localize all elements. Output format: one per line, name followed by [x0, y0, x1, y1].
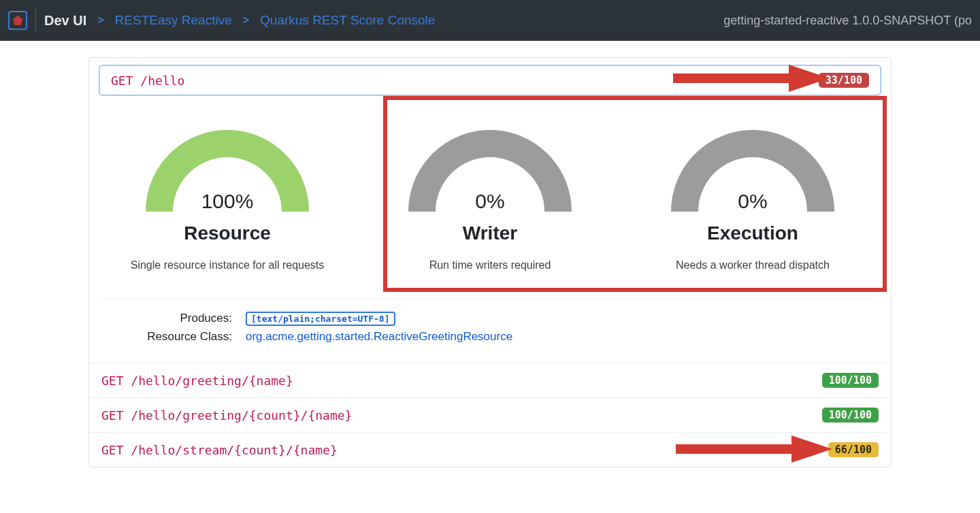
resource-class-link[interactable]: org.acme.getting.started.ReactiveGreetin… [246, 330, 512, 344]
svg-text:0%: 0% [738, 190, 767, 212]
gauge-title: Resource [109, 222, 346, 244]
score-badge: 33/100 [819, 73, 869, 88]
chevron-right-icon: > [243, 14, 249, 27]
chevron-right-icon: > [97, 14, 103, 27]
gauge-execution: 0% Execution Needs a worker thread dispa… [630, 110, 875, 289]
svg-text:100%: 100% [201, 190, 254, 212]
svg-marker-6 [791, 435, 832, 463]
gauge-title: Execution [634, 222, 871, 244]
breadcrumb-resteasy[interactable]: RESTEasy Reactive [115, 13, 232, 28]
endpoint-meta: Produces: [text/plain;charset=UTF-8] Res… [103, 299, 877, 363]
gauge-title: Writer [372, 222, 608, 244]
topbar-divider [35, 9, 36, 32]
score-badge: 100/100 [822, 373, 879, 388]
meta-label: Resource Class: [103, 330, 232, 344]
meta-produces-row: Produces: [text/plain;charset=UTF-8] [103, 312, 877, 326]
endpoint-path: GET /hello [111, 73, 184, 88]
meta-class-row: Resource Class: org.acme.getting.started… [103, 330, 877, 344]
brand-title[interactable]: Dev UI [44, 13, 86, 29]
endpoint-row[interactable]: GET /hello/stream/{count}/{name} 66/100 [89, 433, 891, 467]
meta-label: Produces: [103, 312, 232, 325]
annotation-arrow-icon [673, 65, 830, 92]
svg-rect-0 [673, 73, 789, 83]
gauge-resource: 100% Resource Single resource instance f… [105, 110, 350, 289]
gauge-subtitle: Run time writers required [372, 259, 608, 271]
endpoint-row[interactable]: GET /hello/greeting/{name} 100/100 [89, 363, 891, 398]
gauges-panel: 100% Resource Single resource instance f… [89, 96, 891, 292]
produces-chip: [text/plain;charset=UTF-8] [246, 312, 395, 326]
gauge-subtitle: Needs a worker thread dispatch [634, 259, 871, 271]
score-badge: 100/100 [822, 408, 879, 423]
app-version-label: getting-started-reactive 1.0.0-SNAPSHOT … [723, 14, 972, 28]
gauge-writer: 0% Writer Run time writers required [368, 110, 612, 289]
endpoint-path: GET /hello/greeting/{name} [101, 374, 293, 388]
endpoint-row[interactable]: GET /hello/greeting/{count}/{name} 100/1… [89, 398, 891, 433]
svg-rect-5 [676, 444, 791, 454]
endpoint-row-expanded[interactable]: GET /hello 33/100 [99, 65, 881, 96]
quarkus-icon [13, 16, 22, 25]
score-badge: 66/100 [828, 442, 879, 457]
topbar: Dev UI > RESTEasy Reactive > Quarkus RES… [0, 0, 980, 41]
endpoint-path: GET /hello/greeting/{count}/{name} [101, 408, 352, 423]
app-logo[interactable] [8, 11, 27, 30]
score-console-card: GET /hello 33/100 100% Resource Single r… [88, 57, 892, 467]
annotation-arrow-icon [676, 435, 832, 463]
endpoint-path: GET /hello/stream/{count}/{name} [101, 443, 338, 457]
gauge-subtitle: Single resource instance for all request… [109, 259, 346, 271]
breadcrumb-score-console[interactable]: Quarkus REST Score Console [260, 13, 435, 28]
svg-text:0%: 0% [475, 190, 504, 212]
